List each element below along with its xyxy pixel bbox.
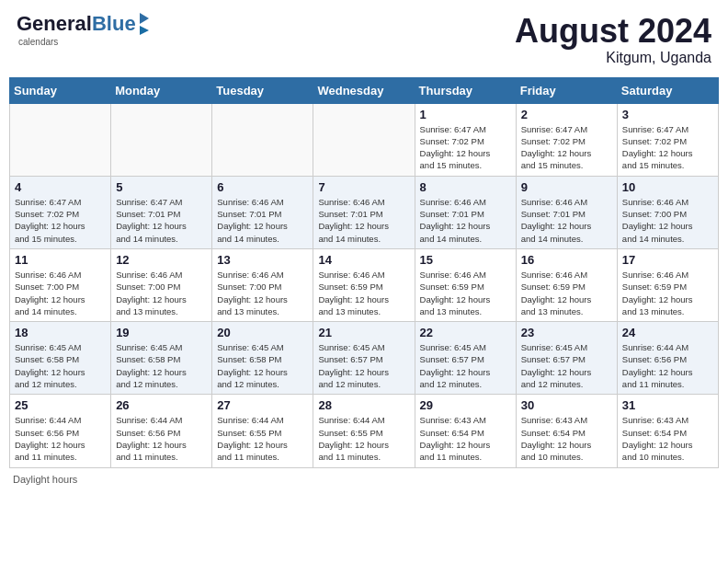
calendar-cell: 24Sunrise: 6:44 AM Sunset: 6:56 PM Dayli… bbox=[617, 322, 718, 395]
calendar-cell: 1Sunrise: 6:47 AM Sunset: 7:02 PM Daylig… bbox=[415, 103, 516, 176]
day-info: Sunrise: 6:45 AM Sunset: 6:58 PM Dayligh… bbox=[116, 341, 207, 390]
day-info: Sunrise: 6:44 AM Sunset: 6:55 PM Dayligh… bbox=[217, 414, 308, 463]
day-info: Sunrise: 6:47 AM Sunset: 7:01 PM Dayligh… bbox=[116, 196, 207, 245]
calendar-week-row: 1Sunrise: 6:47 AM Sunset: 7:02 PM Daylig… bbox=[10, 103, 719, 176]
calendar-cell: 12Sunrise: 6:46 AM Sunset: 7:00 PM Dayli… bbox=[111, 248, 212, 321]
calendar-cell: 8Sunrise: 6:46 AM Sunset: 7:01 PM Daylig… bbox=[415, 176, 516, 248]
day-number: 24 bbox=[622, 326, 713, 339]
day-number: 1 bbox=[420, 108, 511, 121]
logo: GeneralBlue calendars bbox=[17, 13, 149, 47]
calendar-week-row: 11Sunrise: 6:46 AM Sunset: 7:00 PM Dayli… bbox=[10, 248, 719, 321]
day-info: Sunrise: 6:47 AM Sunset: 7:02 PM Dayligh… bbox=[15, 196, 106, 245]
day-info: Sunrise: 6:46 AM Sunset: 7:01 PM Dayligh… bbox=[318, 196, 409, 245]
month-year-title: August 2024 bbox=[515, 13, 711, 50]
calendar-week-row: 25Sunrise: 6:44 AM Sunset: 6:56 PM Dayli… bbox=[10, 395, 719, 467]
col-header-tuesday: Tuesday bbox=[212, 77, 313, 103]
location-title: Kitgum, Uganda bbox=[515, 50, 711, 66]
day-info: Sunrise: 6:46 AM Sunset: 7:01 PM Dayligh… bbox=[420, 196, 511, 245]
calendar-cell: 5Sunrise: 6:47 AM Sunset: 7:01 PM Daylig… bbox=[111, 176, 212, 248]
day-number: 23 bbox=[521, 326, 612, 339]
calendar-cell: 18Sunrise: 6:45 AM Sunset: 6:58 PM Dayli… bbox=[10, 322, 111, 395]
calendar-week-row: 18Sunrise: 6:45 AM Sunset: 6:58 PM Dayli… bbox=[10, 322, 719, 395]
day-info: Sunrise: 6:46 AM Sunset: 7:00 PM Dayligh… bbox=[116, 269, 207, 317]
day-number: 11 bbox=[15, 253, 106, 267]
day-info: Sunrise: 6:44 AM Sunset: 6:55 PM Dayligh… bbox=[318, 414, 409, 463]
day-info: Sunrise: 6:46 AM Sunset: 6:59 PM Dayligh… bbox=[420, 269, 511, 317]
calendar-table: SundayMondayTuesdayWednesdayThursdayFrid… bbox=[9, 77, 719, 468]
calendar-cell: 25Sunrise: 6:44 AM Sunset: 6:56 PM Dayli… bbox=[10, 395, 111, 467]
day-number: 12 bbox=[116, 253, 207, 267]
calendar-cell bbox=[212, 103, 313, 176]
day-number: 4 bbox=[15, 180, 106, 194]
col-header-sunday: Sunday bbox=[10, 77, 111, 103]
day-number: 20 bbox=[217, 326, 308, 339]
day-number: 19 bbox=[116, 326, 207, 339]
day-info: Sunrise: 6:45 AM Sunset: 6:57 PM Dayligh… bbox=[521, 341, 612, 390]
calendar-cell: 30Sunrise: 6:43 AM Sunset: 6:54 PM Dayli… bbox=[516, 395, 617, 467]
day-info: Sunrise: 6:46 AM Sunset: 6:59 PM Dayligh… bbox=[622, 269, 713, 317]
day-info: Sunrise: 6:46 AM Sunset: 7:01 PM Dayligh… bbox=[217, 196, 308, 245]
day-number: 15 bbox=[420, 253, 511, 267]
calendar-cell: 16Sunrise: 6:46 AM Sunset: 6:59 PM Dayli… bbox=[516, 248, 617, 321]
calendar-cell: 28Sunrise: 6:44 AM Sunset: 6:55 PM Dayli… bbox=[313, 395, 415, 467]
day-number: 30 bbox=[521, 398, 612, 412]
day-info: Sunrise: 6:46 AM Sunset: 7:01 PM Dayligh… bbox=[521, 196, 612, 245]
calendar-week-row: 4Sunrise: 6:47 AM Sunset: 7:02 PM Daylig… bbox=[10, 176, 719, 248]
day-number: 31 bbox=[622, 398, 713, 412]
day-number: 14 bbox=[318, 253, 409, 267]
day-number: 22 bbox=[420, 326, 511, 339]
calendar-cell: 19Sunrise: 6:45 AM Sunset: 6:58 PM Dayli… bbox=[111, 322, 212, 395]
calendar-cell bbox=[313, 103, 415, 176]
day-number: 21 bbox=[318, 326, 409, 339]
day-number: 8 bbox=[420, 180, 511, 194]
day-info: Sunrise: 6:44 AM Sunset: 6:56 PM Dayligh… bbox=[622, 341, 713, 390]
page-header: GeneralBlue calendars August 2024 Kitgum… bbox=[9, 9, 719, 70]
calendar-cell: 31Sunrise: 6:43 AM Sunset: 6:54 PM Dayli… bbox=[617, 395, 718, 467]
day-number: 5 bbox=[116, 180, 207, 194]
day-number: 18 bbox=[15, 326, 106, 339]
title-block: August 2024 Kitgum, Uganda bbox=[515, 13, 711, 66]
daylight-label: Daylight hours bbox=[13, 474, 77, 485]
col-header-wednesday: Wednesday bbox=[313, 77, 415, 103]
day-info: Sunrise: 6:45 AM Sunset: 6:57 PM Dayligh… bbox=[420, 341, 511, 390]
day-number: 6 bbox=[217, 180, 308, 194]
calendar-cell: 14Sunrise: 6:46 AM Sunset: 6:59 PM Dayli… bbox=[313, 248, 415, 321]
day-number: 26 bbox=[116, 398, 207, 412]
day-info: Sunrise: 6:43 AM Sunset: 6:54 PM Dayligh… bbox=[521, 414, 612, 463]
calendar-cell: 6Sunrise: 6:46 AM Sunset: 7:01 PM Daylig… bbox=[212, 176, 313, 248]
day-number: 9 bbox=[521, 180, 612, 194]
calendar-cell: 11Sunrise: 6:46 AM Sunset: 7:00 PM Dayli… bbox=[10, 248, 111, 321]
day-info: Sunrise: 6:46 AM Sunset: 7:00 PM Dayligh… bbox=[217, 269, 308, 317]
day-number: 17 bbox=[622, 253, 713, 267]
calendar-header-row: SundayMondayTuesdayWednesdayThursdayFrid… bbox=[10, 77, 719, 103]
day-info: Sunrise: 6:43 AM Sunset: 6:54 PM Dayligh… bbox=[622, 414, 713, 463]
calendar-cell: 21Sunrise: 6:45 AM Sunset: 6:57 PM Dayli… bbox=[313, 322, 415, 395]
calendar-cell: 20Sunrise: 6:45 AM Sunset: 6:58 PM Dayli… bbox=[212, 322, 313, 395]
day-number: 10 bbox=[622, 180, 713, 194]
day-info: Sunrise: 6:46 AM Sunset: 6:59 PM Dayligh… bbox=[318, 269, 409, 317]
calendar-cell: 22Sunrise: 6:45 AM Sunset: 6:57 PM Dayli… bbox=[415, 322, 516, 395]
day-info: Sunrise: 6:44 AM Sunset: 6:56 PM Dayligh… bbox=[116, 414, 207, 463]
calendar-cell: 29Sunrise: 6:43 AM Sunset: 6:54 PM Dayli… bbox=[415, 395, 516, 467]
day-info: Sunrise: 6:44 AM Sunset: 6:56 PM Dayligh… bbox=[15, 414, 106, 463]
day-info: Sunrise: 6:47 AM Sunset: 7:02 PM Dayligh… bbox=[420, 123, 511, 172]
col-header-saturday: Saturday bbox=[617, 77, 718, 103]
calendar-cell bbox=[111, 103, 212, 176]
calendar-cell: 3Sunrise: 6:47 AM Sunset: 7:02 PM Daylig… bbox=[617, 103, 718, 176]
col-header-monday: Monday bbox=[111, 77, 212, 103]
day-info: Sunrise: 6:45 AM Sunset: 6:58 PM Dayligh… bbox=[15, 341, 106, 390]
calendar-cell: 7Sunrise: 6:46 AM Sunset: 7:01 PM Daylig… bbox=[313, 176, 415, 248]
day-info: Sunrise: 6:46 AM Sunset: 7:00 PM Dayligh… bbox=[15, 269, 106, 317]
calendar-cell: 26Sunrise: 6:44 AM Sunset: 6:56 PM Dayli… bbox=[111, 395, 212, 467]
day-info: Sunrise: 6:45 AM Sunset: 6:58 PM Dayligh… bbox=[217, 341, 308, 390]
day-info: Sunrise: 6:46 AM Sunset: 6:59 PM Dayligh… bbox=[521, 269, 612, 317]
col-header-friday: Friday bbox=[516, 77, 617, 103]
calendar-cell bbox=[10, 103, 111, 176]
day-number: 16 bbox=[521, 253, 612, 267]
day-info: Sunrise: 6:45 AM Sunset: 6:57 PM Dayligh… bbox=[318, 341, 409, 390]
day-number: 29 bbox=[420, 398, 511, 412]
day-number: 3 bbox=[622, 108, 713, 121]
day-number: 25 bbox=[15, 398, 106, 412]
day-number: 13 bbox=[217, 253, 308, 267]
calendar-cell: 15Sunrise: 6:46 AM Sunset: 6:59 PM Dayli… bbox=[415, 248, 516, 321]
